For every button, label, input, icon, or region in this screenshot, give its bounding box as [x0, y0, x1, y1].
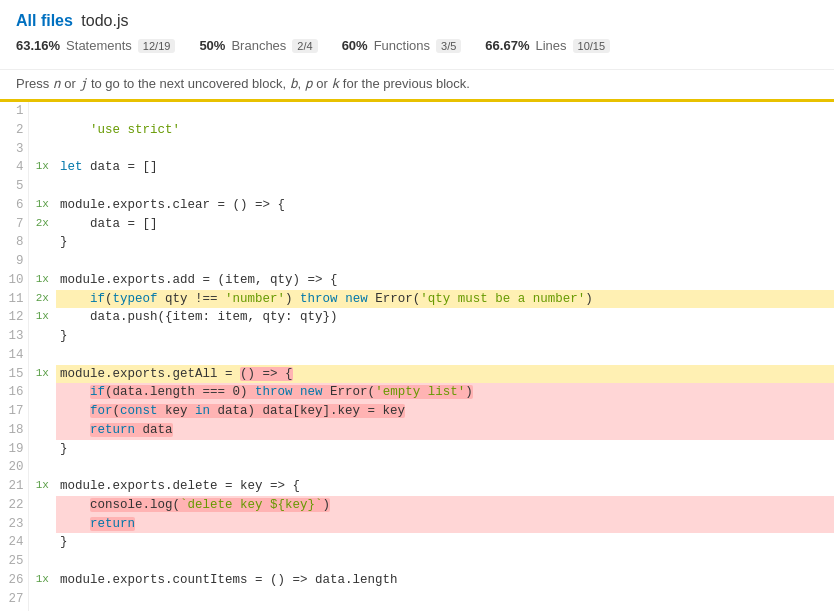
line-number: 4 [0, 158, 28, 177]
table-row: 22 console.log(`delete key ${key}`) [0, 496, 834, 515]
stat-badge: 10/15 [573, 39, 611, 53]
hit-count [28, 383, 56, 402]
code-line: } [56, 533, 834, 552]
line-number: 12 [0, 308, 28, 327]
code-line [56, 458, 834, 477]
table-row: 13} [0, 327, 834, 346]
hit-count [28, 590, 56, 609]
table-row: 151xmodule.exports.getAll = () => { [0, 365, 834, 384]
hit-count [28, 552, 56, 571]
hit-count [28, 496, 56, 515]
table-row: 25 [0, 552, 834, 571]
code-line: data = [] [56, 215, 834, 234]
line-number: 17 [0, 402, 28, 421]
line-number: 14 [0, 346, 28, 365]
code-line: for(const key in data) data[key].key = k… [56, 402, 834, 421]
hit-count: 1x [28, 196, 56, 215]
table-row: 9 [0, 252, 834, 271]
stat-item: 50%Branches2/4 [199, 38, 317, 53]
code-line: module.exports.add = (item, qty) => { [56, 271, 834, 290]
stat-item: 60%Functions3/5 [342, 38, 462, 53]
hit-count [28, 252, 56, 271]
code-line [56, 590, 834, 609]
stat-badge: 3/5 [436, 39, 461, 53]
code-line: data.push({item: item, qty: qty}) [56, 308, 834, 327]
hit-count [28, 458, 56, 477]
code-table: 12 'use strict'341xlet data = []561xmodu… [0, 102, 834, 611]
code-line: if(data.length === 0) throw new Error('e… [56, 383, 834, 402]
code-container: 12 'use strict'341xlet data = []561xmodu… [0, 102, 834, 611]
table-row: 23 return [0, 515, 834, 534]
line-number: 2 [0, 121, 28, 140]
table-row: 18 return data [0, 421, 834, 440]
header-title: All files todo.js [16, 12, 818, 30]
all-files-link[interactable]: All files [16, 12, 73, 29]
key-b: b [290, 76, 298, 91]
code-line: return [56, 515, 834, 534]
table-row: 17 for(const key in data) data[key].key … [0, 402, 834, 421]
code-line [56, 102, 834, 121]
line-number: 16 [0, 383, 28, 402]
line-number: 25 [0, 552, 28, 571]
table-row: 1 [0, 102, 834, 121]
line-number: 22 [0, 496, 28, 515]
stat-label: Statements [66, 38, 132, 53]
hit-count: 1x [28, 365, 56, 384]
line-number: 15 [0, 365, 28, 384]
stat-label: Functions [374, 38, 430, 53]
table-row: 27 [0, 590, 834, 609]
key-j: j [79, 76, 87, 91]
hit-count: 1x [28, 308, 56, 327]
line-number: 6 [0, 196, 28, 215]
code-line [56, 346, 834, 365]
table-row: 2 'use strict' [0, 121, 834, 140]
stat-label: Branches [231, 38, 286, 53]
table-row: 261xmodule.exports.countItems = () => da… [0, 571, 834, 590]
table-row: 24} [0, 533, 834, 552]
hit-count [28, 346, 56, 365]
hit-count [28, 102, 56, 121]
table-row: 20 [0, 458, 834, 477]
code-line: console.log(`delete key ${key}`) [56, 496, 834, 515]
line-number: 8 [0, 233, 28, 252]
line-number: 13 [0, 327, 28, 346]
stat-label: Lines [535, 38, 566, 53]
hit-count [28, 402, 56, 421]
table-row: 112x if(typeof qty !== 'number') throw n… [0, 290, 834, 309]
filename: todo.js [81, 12, 128, 29]
file-header: All files todo.js 63.16%Statements12/195… [0, 0, 834, 70]
code-line: } [56, 233, 834, 252]
code-line: } [56, 440, 834, 459]
hit-count: 1x [28, 271, 56, 290]
hit-count [28, 121, 56, 140]
line-number: 24 [0, 533, 28, 552]
line-number: 26 [0, 571, 28, 590]
code-line [56, 140, 834, 159]
stat-pct: 66.67% [485, 38, 529, 53]
code-line: } [56, 327, 834, 346]
line-number: 19 [0, 440, 28, 459]
hit-count [28, 233, 56, 252]
hit-count [28, 140, 56, 159]
code-line [56, 552, 834, 571]
hit-count: 2x [28, 215, 56, 234]
table-row: 5 [0, 177, 834, 196]
code-line: 'use strict' [56, 121, 834, 140]
code-line [56, 177, 834, 196]
line-number: 9 [0, 252, 28, 271]
stat-item: 63.16%Statements12/19 [16, 38, 175, 53]
line-number: 5 [0, 177, 28, 196]
code-line: let data = [] [56, 158, 834, 177]
code-line: module.exports.countItems = () => data.l… [56, 571, 834, 590]
table-row: 41xlet data = [] [0, 158, 834, 177]
stat-badge: 12/19 [138, 39, 176, 53]
table-row: 211xmodule.exports.delete = key => { [0, 477, 834, 496]
hit-count: 1x [28, 477, 56, 496]
hit-count [28, 177, 56, 196]
line-number: 10 [0, 271, 28, 290]
code-line [56, 252, 834, 271]
line-number: 18 [0, 421, 28, 440]
line-number: 3 [0, 140, 28, 159]
hit-count [28, 327, 56, 346]
table-row: 61xmodule.exports.clear = () => { [0, 196, 834, 215]
